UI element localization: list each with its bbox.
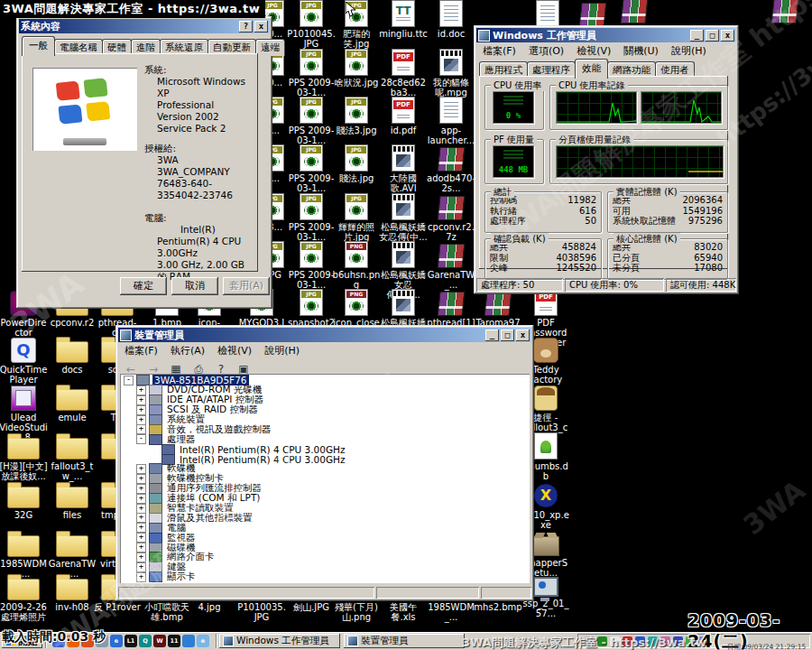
menu-item[interactable]: 檢視(V) [211,343,258,358]
desktop-icon[interactable]: 賤法.jpg [332,144,381,183]
desktop-icon[interactable]: PPS 2009-03-1... [287,193,336,242]
quicklaunch-icon[interactable]: 11 [168,635,180,647]
tab[interactable]: 一般 [22,36,55,56]
desktop-icon[interactable]: adodb470-2s... [427,144,475,193]
file-icon [534,432,558,460]
desktop-icon[interactable]: docs [48,336,97,375]
tab[interactable]: 效能 [575,59,608,79]
close-icon[interactable]: x [516,330,530,341]
desktop-icon[interactable]: id.pdf [379,97,428,135]
tree-item[interactable]: + 顯示卡 [122,572,530,582]
desktop-icon[interactable]: inv-h08 [48,573,97,612]
desktop-icon[interactable]: GarenaTW_... [427,241,475,290]
desktop-icon[interactable]: files [48,481,97,520]
tree-expand-icon[interactable]: + [136,405,146,415]
load-time-stamp: 載入時間:0.03 秒 [2,629,106,645]
minimize-icon[interactable]: _ [690,30,704,42]
desktop-icon[interactable]: 1985WDM_... [0,530,48,579]
file-icon [345,49,368,76]
desktop-icon[interactable]: 我的貓條呢.mpg [427,49,475,98]
tree-expand-icon[interactable]: - [136,434,146,444]
desktop-icon[interactable]: fallout3_tw_... [48,432,97,481]
quicklaunch-icon[interactable]: e [110,635,123,647]
pf-history-graph [556,145,724,178]
tab[interactable]: 遠端 [255,39,285,56]
devman-titlebar[interactable]: 裝置管理員 _ □ x [118,328,531,342]
desktop-icon[interactable]: P1010045.JPG [287,0,336,49]
menu-item[interactable]: 說明(H) [665,43,713,59]
desktop-icon[interactable]: 32G [0,481,48,520]
windows-logo [32,68,137,151]
device-icon [149,571,162,582]
menu-item[interactable]: 檔案(F) [476,43,522,59]
desktop-icon[interactable] [761,0,809,25]
desktop-icon[interactable]: mingliu.ttc [379,0,428,39]
desktop-icon[interactable]: 輝輝的照片.jpg [332,193,381,242]
desktop-icon[interactable]: 松島楓妖嬌女忍傳(中... [379,193,428,242]
desktop-icon[interactable]: 啥狀況.jpg [332,49,381,88]
close-icon[interactable]: x [721,30,734,42]
desktop-icon[interactable]: emule [48,384,97,422]
menu-item[interactable]: 檔案(F) [118,343,164,358]
desktop-icon[interactable]: 2009-2-26處理烯照片 [0,573,48,622]
quicklaunch-icon[interactable]: e [197,635,209,647]
help-icon[interactable]: ? [239,21,253,32]
quicklaunch-icon[interactable] [182,635,195,647]
registered-line: 76483-640-3354042-23746 [144,178,254,201]
taskman-titlebar[interactable]: Windows 工作管理員 _ □ x [476,28,736,42]
desktop-icon[interactable]: PPS 2009-03-1... [287,97,336,145]
desktop-icon-label: 反 P1rover [93,602,142,612]
desktop-icon[interactable]: 肥瑞的笑.jpg [332,0,381,49]
tree-expand-icon[interactable]: + [136,494,146,504]
taskbar-window-button[interactable]: Windows 工作管理員 [219,634,340,648]
desktop-icon[interactable]: id.doc [427,0,475,39]
desktop-icon[interactable]: PPS 2009-03-1... [287,144,336,193]
stat-row: 可用1549196 [608,206,727,217]
menu-item[interactable]: 選項(O) [522,43,570,59]
quicklaunch-icon[interactable]: Q [139,635,152,647]
tree-item[interactable]: - 處理器 [122,434,530,444]
menu-item[interactable]: 檢視(V) [570,43,617,59]
quicklaunch-icon[interactable]: L1 [125,635,137,647]
dialog-button[interactable]: 確定 [120,277,167,295]
dialog-button[interactable]: 套用(A) [223,277,270,295]
desktop-icon[interactable]: 松島楓妖嬌 [379,289,428,328]
cpu-history-graph-1 [556,91,637,124]
desktop-icon[interactable]: 大陸國歌.AVI [379,144,428,193]
desktop-icon[interactable] [610,0,659,25]
desktop-icon[interactable]: QuickTime Player [0,336,48,385]
sysprops-titlebar[interactable]: 系統內容 ? x [19,19,270,33]
menu-item[interactable]: 執行(A) [164,343,211,358]
stat-value: 65940 [694,253,723,264]
close-icon[interactable]: x [254,21,268,32]
desktop-icon[interactable]: GarenaTW_... [48,530,97,579]
tree-item[interactable]: Intel(R) Pentium(R) 4 CPU 3.00GHz [122,444,530,454]
stat-value: 616 [579,206,596,217]
desktop-icon[interactable]: b6uhsn.png [332,241,381,290]
menu-item[interactable]: 關機(U) [617,43,665,59]
desktop-icon[interactable]: 賤法3.jpg [332,97,381,135]
quicklaunch-icon[interactable]: W [153,635,166,647]
desktop-icon-label: 大陸國歌.AVI [379,173,428,193]
maximize-icon[interactable]: □ [501,330,514,341]
task-manager-icon [478,30,490,42]
desktop-icon[interactable]: app-launcher... [427,97,475,145]
tree-expand-icon[interactable]: - [124,376,134,385]
desktop-icon-label: 肥瑞的笑.jpg [332,29,381,49]
dialog-button[interactable]: 取消 [171,277,218,295]
desktop-icon[interactable]: PPS 2009-03-1... [287,241,336,290]
tree-expand-icon[interactable]: + [136,572,146,582]
desktop-icon-label: 4.jpg [185,602,234,612]
menu-item[interactable]: 說明(H) [258,343,306,358]
desktop-icon[interactable]: 28c8ed62ba3... [379,49,428,98]
desktop-icon[interactable]: [H漫][中文]放課後奴... [0,432,48,481]
desktop-icon[interactable]: cpconv.r2.7z [427,193,475,242]
minimize-icon[interactable]: _ [485,330,499,341]
maximize-icon[interactable]: □ [706,30,719,42]
taskbar-window-button[interactable]: 裝置管理員 [344,634,465,648]
stat-value: 1245520 [556,263,596,274]
pf-usage-title: PF 使用量 [491,134,537,145]
file-icon [532,536,559,556]
cpu-led-segments [503,96,523,107]
desktop-icon[interactable]: PPS 2009-03-1... [287,49,336,98]
